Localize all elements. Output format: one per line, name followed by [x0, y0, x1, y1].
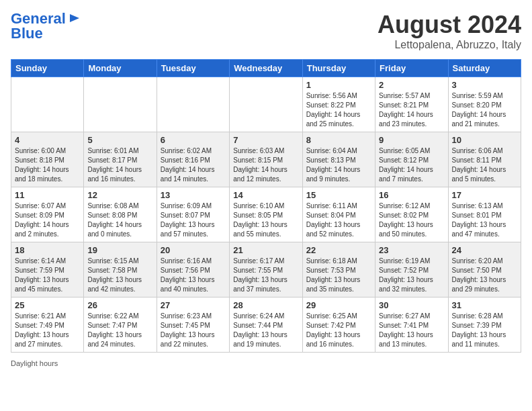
day-info: Sunrise: 6:17 AM Sunset: 7:55 PM Dayligh… [233, 257, 298, 294]
day-number: 27 [161, 300, 226, 310]
day-info: Sunrise: 6:12 AM Sunset: 8:02 PM Dayligh… [379, 201, 444, 239]
day-number: 6 [161, 135, 226, 145]
calendar-week-row: 1Sunrise: 5:56 AM Sunset: 8:22 PM Daylig… [11, 77, 521, 132]
calendar-week-row: 25Sunrise: 6:21 AM Sunset: 7:49 PM Dayli… [11, 298, 521, 353]
day-number: 20 [161, 245, 226, 255]
day-number: 3 [452, 80, 517, 90]
day-number: 16 [379, 190, 444, 200]
logo-blue-text: Blue [11, 26, 43, 42]
day-number: 30 [379, 300, 444, 310]
day-number: 4 [15, 135, 80, 145]
day-info: Sunrise: 5:59 AM Sunset: 8:20 PM Dayligh… [452, 91, 517, 129]
day-number: 10 [452, 135, 517, 145]
day-info: Sunrise: 6:08 AM Sunset: 8:08 PM Dayligh… [87, 201, 152, 239]
day-info: Sunrise: 6:00 AM Sunset: 8:18 PM Dayligh… [15, 146, 80, 184]
calendar-day-cell: 21Sunrise: 6:17 AM Sunset: 7:55 PM Dayli… [230, 242, 302, 298]
calendar-day-cell: 31Sunrise: 6:28 AM Sunset: 7:39 PM Dayli… [448, 298, 521, 353]
calendar-day-cell [157, 77, 229, 132]
calendar-day-cell: 3Sunrise: 5:59 AM Sunset: 8:20 PM Daylig… [448, 77, 521, 132]
calendar-day-header: Saturday [448, 60, 521, 77]
day-number: 21 [233, 245, 298, 255]
day-info: Sunrise: 6:21 AM Sunset: 7:49 PM Dayligh… [15, 312, 80, 349]
day-number: 23 [379, 245, 444, 255]
day-info: Sunrise: 6:22 AM Sunset: 7:47 PM Dayligh… [87, 312, 152, 349]
day-info: Sunrise: 6:20 AM Sunset: 7:50 PM Dayligh… [452, 257, 517, 294]
calendar-day-cell: 4Sunrise: 6:00 AM Sunset: 8:18 PM Daylig… [11, 132, 84, 187]
day-number: 11 [15, 190, 80, 200]
day-number: 13 [161, 190, 226, 200]
day-number: 7 [233, 135, 298, 145]
day-info: Sunrise: 6:27 AM Sunset: 7:41 PM Dayligh… [379, 312, 444, 349]
page-subtitle: Lettopalena, Abruzzo, Italy [378, 39, 521, 51]
calendar-day-cell: 29Sunrise: 6:25 AM Sunset: 7:42 PM Dayli… [302, 298, 375, 353]
logo: General Blue [11, 11, 81, 42]
calendar-day-cell: 16Sunrise: 6:12 AM Sunset: 8:02 PM Dayli… [375, 187, 448, 242]
calendar-day-cell: 30Sunrise: 6:27 AM Sunset: 7:41 PM Dayli… [375, 298, 448, 353]
day-info: Sunrise: 6:09 AM Sunset: 8:07 PM Dayligh… [161, 201, 226, 239]
day-number: 9 [379, 135, 444, 145]
day-info: Sunrise: 6:05 AM Sunset: 8:12 PM Dayligh… [379, 146, 444, 184]
logo-arrow-icon [67, 11, 81, 25]
calendar-day-cell: 8Sunrise: 6:04 AM Sunset: 8:13 PM Daylig… [302, 132, 375, 187]
calendar-day-header: Sunday [11, 60, 84, 77]
calendar-day-cell: 15Sunrise: 6:11 AM Sunset: 8:04 PM Dayli… [302, 187, 375, 242]
day-number: 26 [87, 300, 152, 310]
page-header: General Blue August 2024 Lettopalena, Ab… [11, 11, 521, 51]
day-number: 1 [306, 80, 371, 90]
calendar-day-cell: 26Sunrise: 6:22 AM Sunset: 7:47 PM Dayli… [84, 298, 157, 353]
calendar-day-cell: 13Sunrise: 6:09 AM Sunset: 8:07 PM Dayli… [157, 187, 229, 242]
calendar-day-header: Wednesday [230, 60, 302, 77]
calendar-day-cell: 14Sunrise: 6:10 AM Sunset: 8:05 PM Dayli… [230, 187, 302, 242]
day-number: 18 [15, 245, 80, 255]
calendar-day-header: Tuesday [157, 60, 229, 77]
day-info: Sunrise: 6:11 AM Sunset: 8:04 PM Dayligh… [306, 201, 371, 239]
calendar-week-row: 18Sunrise: 6:14 AM Sunset: 7:59 PM Dayli… [11, 242, 521, 298]
calendar-day-cell: 12Sunrise: 6:08 AM Sunset: 8:08 PM Dayli… [84, 187, 157, 242]
svg-marker-0 [70, 14, 79, 22]
calendar-day-cell: 28Sunrise: 6:24 AM Sunset: 7:44 PM Dayli… [230, 298, 302, 353]
day-number: 2 [379, 80, 444, 90]
day-info: Sunrise: 6:13 AM Sunset: 8:01 PM Dayligh… [452, 201, 517, 239]
calendar-header-row: SundayMondayTuesdayWednesdayThursdayFrid… [11, 60, 521, 77]
day-info: Sunrise: 5:57 AM Sunset: 8:21 PM Dayligh… [379, 91, 444, 129]
calendar-day-cell [11, 77, 84, 132]
calendar-day-cell: 27Sunrise: 6:23 AM Sunset: 7:45 PM Dayli… [157, 298, 229, 353]
day-number: 29 [306, 300, 371, 310]
calendar-week-row: 4Sunrise: 6:00 AM Sunset: 8:18 PM Daylig… [11, 132, 521, 187]
calendar-day-cell [84, 77, 157, 132]
day-number: 14 [233, 190, 298, 200]
calendar-day-cell: 1Sunrise: 5:56 AM Sunset: 8:22 PM Daylig… [302, 77, 375, 132]
page-title: August 2024 [378, 11, 521, 39]
calendar-day-cell: 20Sunrise: 6:16 AM Sunset: 7:56 PM Dayli… [157, 242, 229, 298]
day-number: 5 [87, 135, 152, 145]
day-info: Sunrise: 6:14 AM Sunset: 7:59 PM Dayligh… [15, 257, 80, 294]
calendar-day-cell: 25Sunrise: 6:21 AM Sunset: 7:49 PM Dayli… [11, 298, 84, 353]
calendar-table: SundayMondayTuesdayWednesdayThursdayFrid… [11, 59, 521, 353]
footer: Daylight hours [11, 359, 521, 367]
day-number: 22 [306, 245, 371, 255]
day-info: Sunrise: 6:06 AM Sunset: 8:11 PM Dayligh… [452, 146, 517, 184]
day-number: 24 [452, 245, 517, 255]
day-info: Sunrise: 6:01 AM Sunset: 8:17 PM Dayligh… [87, 146, 152, 184]
title-block: August 2024 Lettopalena, Abruzzo, Italy [378, 11, 521, 51]
day-number: 12 [87, 190, 152, 200]
calendar-day-cell: 7Sunrise: 6:03 AM Sunset: 8:15 PM Daylig… [230, 132, 302, 187]
footer-text: Daylight hours [11, 359, 58, 367]
calendar-day-cell: 6Sunrise: 6:02 AM Sunset: 8:16 PM Daylig… [157, 132, 229, 187]
calendar-day-header: Friday [375, 60, 448, 77]
day-number: 31 [452, 300, 517, 310]
day-info: Sunrise: 6:03 AM Sunset: 8:15 PM Dayligh… [233, 146, 298, 184]
calendar-day-cell [230, 77, 302, 132]
day-number: 25 [15, 300, 80, 310]
calendar-day-cell: 19Sunrise: 6:15 AM Sunset: 7:58 PM Dayli… [84, 242, 157, 298]
day-info: Sunrise: 6:23 AM Sunset: 7:45 PM Dayligh… [161, 312, 226, 349]
day-info: Sunrise: 6:19 AM Sunset: 7:52 PM Dayligh… [379, 257, 444, 294]
day-info: Sunrise: 6:18 AM Sunset: 7:53 PM Dayligh… [306, 257, 371, 294]
day-info: Sunrise: 6:04 AM Sunset: 8:13 PM Dayligh… [306, 146, 371, 184]
day-info: Sunrise: 6:28 AM Sunset: 7:39 PM Dayligh… [452, 312, 517, 349]
calendar-week-row: 11Sunrise: 6:07 AM Sunset: 8:09 PM Dayli… [11, 187, 521, 242]
day-info: Sunrise: 6:02 AM Sunset: 8:16 PM Dayligh… [161, 146, 226, 184]
calendar-day-cell: 10Sunrise: 6:06 AM Sunset: 8:11 PM Dayli… [448, 132, 521, 187]
day-info: Sunrise: 6:24 AM Sunset: 7:44 PM Dayligh… [233, 312, 298, 349]
calendar-day-cell: 23Sunrise: 6:19 AM Sunset: 7:52 PM Dayli… [375, 242, 448, 298]
